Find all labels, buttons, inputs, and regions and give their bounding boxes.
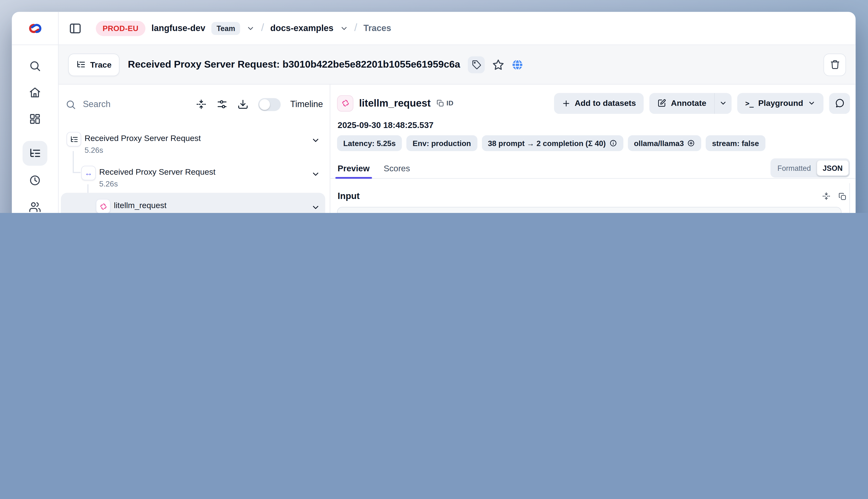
annotate-dropdown-button[interactable] [714, 93, 732, 113]
public-globe-icon[interactable] [512, 58, 524, 71]
tree-item-duration: 5.26s [84, 146, 103, 155]
observation-timestamp: 2025-09-30 18:48:25.537 [330, 115, 856, 130]
tags-button[interactable] [468, 56, 485, 73]
annotate-button-group: Annotate [650, 93, 732, 113]
scrollbar-track[interactable] [849, 183, 850, 213]
plus-icon [562, 99, 570, 107]
top-header: PROD-EU langfuse-dev Team / docs-example… [12, 12, 855, 45]
tree-item-selected[interactable]: litellm_request 5.25s38 → 2 (Σ 40) [59, 196, 330, 213]
sessions-clock-icon[interactable] [29, 174, 41, 187]
org-role-badge: Team [211, 22, 240, 35]
list-tree-icon [29, 147, 41, 159]
playground-label: Playground [758, 99, 803, 108]
generation-icon [337, 95, 353, 111]
tree-item[interactable]: Received Proxy Server Request 5.26s [59, 129, 330, 160]
trace-tree-panel: Timeline [59, 84, 330, 213]
annotate-button[interactable]: Annotate [650, 93, 714, 113]
bookmark-star-icon[interactable] [492, 58, 505, 71]
tree-item-label: Received Proxy Server Request [84, 134, 201, 143]
tab-preview[interactable]: Preview [338, 158, 369, 178]
app-window: PROD-EU langfuse-dev Team / docs-example… [12, 12, 855, 213]
collapse-section-icon[interactable] [822, 192, 831, 200]
download-icon[interactable] [237, 99, 248, 110]
stream-badge: stream: false [706, 135, 765, 151]
copy-icon[interactable] [838, 192, 847, 200]
input-value-box: "3 + 3 = " [337, 207, 842, 213]
trash-icon [830, 59, 840, 70]
chevron-down-icon [719, 99, 727, 107]
annotate-label: Annotate [671, 99, 706, 108]
tree-item-label: litellm_request [114, 200, 167, 209]
dashboards-icon[interactable] [29, 113, 41, 125]
search-icon [65, 99, 76, 110]
copy-id-button[interactable]: ID [436, 99, 453, 107]
trace-badge-label: Trace [90, 60, 112, 69]
playground-button[interactable]: >_ Playground [737, 93, 823, 113]
detail-header: litellm_request ID Add to datasets [330, 84, 856, 115]
plus-circle-icon[interactable] [687, 139, 695, 147]
chevron-down-icon[interactable] [311, 136, 320, 145]
home-icon[interactable] [29, 86, 41, 99]
project-name[interactable]: docs-examples [270, 23, 333, 33]
latency-badge: Latency: 5.25s [337, 135, 402, 151]
json-option[interactable]: JSON [817, 160, 849, 176]
formatted-option[interactable]: Formatted [772, 164, 817, 172]
detail-scroll-area[interactable]: Input "3 + 3 = " Output [330, 183, 856, 213]
search-icon[interactable] [29, 60, 41, 72]
timeline-label: Timeline [290, 99, 323, 109]
project-chevron-icon[interactable] [340, 24, 348, 33]
org-chevron-icon[interactable] [246, 24, 255, 33]
collapse-all-icon[interactable] [196, 99, 207, 110]
tokens-badge: 38 prompt → 2 completion (Σ 40) [482, 135, 623, 151]
knot-logo-icon [27, 21, 42, 36]
tree-item-label: Received Proxy Server Request [99, 167, 215, 176]
breadcrumb-divider: / [354, 21, 357, 34]
tree-item[interactable]: ↔ Received Proxy Server Request 5.26s [59, 162, 330, 194]
users-icon[interactable] [29, 200, 41, 213]
generation-icon [96, 199, 110, 213]
chevron-down-icon [808, 99, 816, 107]
view-mode-toggle: Formatted JSON [771, 158, 850, 178]
observation-title: litellm_request [359, 97, 431, 109]
copy-icon [436, 99, 444, 107]
breadcrumb-divider: / [261, 21, 264, 34]
input-label: Input [338, 191, 360, 201]
org-name[interactable]: langfuse-dev [151, 23, 205, 33]
nav-sidebar [12, 45, 59, 213]
section-name[interactable]: Traces [364, 23, 391, 33]
sidebar-item-tracing[interactable] [23, 141, 47, 166]
info-icon[interactable] [609, 139, 617, 147]
comment-bubble-icon [834, 98, 845, 108]
pen-square-icon [658, 99, 667, 108]
trace-icon [66, 132, 81, 147]
observation-detail-panel: litellm_request ID Add to datasets [330, 84, 856, 213]
chevron-down-icon[interactable] [311, 169, 320, 178]
breadcrumb: PROD-EU langfuse-dev Team / docs-example… [59, 12, 856, 45]
org-logo[interactable] [12, 12, 59, 45]
tree-search-input[interactable] [82, 99, 140, 110]
tag-icon [472, 60, 481, 69]
comments-button[interactable] [829, 93, 850, 113]
timeline-toggle[interactable] [258, 98, 281, 111]
trace-type-badge: Trace [68, 53, 119, 76]
tree-search[interactable] [65, 99, 186, 110]
sidebar-toggle-icon[interactable] [69, 22, 82, 35]
list-tree-icon [76, 60, 86, 69]
tree-settings-icon[interactable] [217, 99, 228, 110]
delete-trace-button[interactable] [823, 53, 846, 76]
tree-item-duration: 5.26s [99, 180, 118, 188]
tree-toolbar: Timeline [65, 94, 323, 114]
terminal-glyph-icon: >_ [745, 99, 754, 107]
add-to-datasets-button[interactable]: Add to datasets [554, 93, 644, 113]
env-badge: Env: production [406, 135, 477, 151]
model-badge: ollama/llama3 [628, 135, 701, 151]
badges-row: Latency: 5.25s Env: production 38 prompt… [330, 130, 856, 151]
desktop: PROD-EU langfuse-dev Team / docs-example… [0, 0, 868, 213]
tab-scores[interactable]: Scores [384, 158, 410, 178]
input-section-header: Input [330, 188, 856, 205]
chevron-down-icon[interactable] [311, 203, 320, 212]
span-icon: ↔ [81, 166, 96, 180]
trace-title: Received Proxy Server Request: b3010b422… [128, 59, 460, 71]
trace-tree: Received Proxy Server Request 5.26s ↔ Re… [59, 129, 330, 213]
detail-tabs: Preview Scores Formatted JSON [330, 158, 856, 179]
